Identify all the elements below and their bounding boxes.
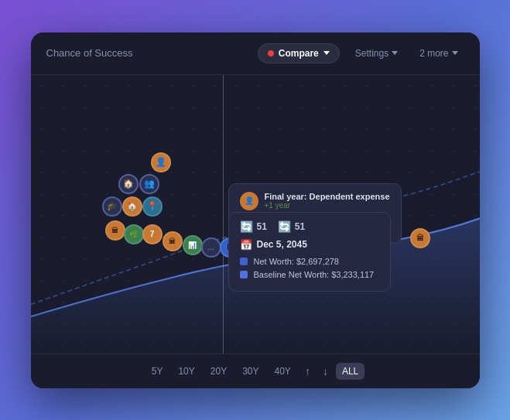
chart-icon[interactable]: 🏛 bbox=[105, 220, 125, 241]
chart-icon[interactable]: 🎓 bbox=[102, 196, 122, 217]
time-nav: 5Y 10Y 20Y 30Y 40Y ↑ ↓ ALL bbox=[31, 353, 480, 388]
age-row: 🔄 51 🔄 51 bbox=[240, 220, 379, 233]
timeline-line bbox=[223, 75, 224, 353]
net-worth-label: Net Worth: $2,697,278 bbox=[254, 257, 339, 266]
calendar-icon: 📅 bbox=[240, 239, 252, 251]
header: Chance of Success Compare Settings 2 mor… bbox=[31, 32, 480, 75]
more-button[interactable]: 2 more bbox=[413, 44, 464, 63]
event-item: 👤 Final year: Dependent expense +1 year bbox=[240, 192, 390, 210]
page-title: Chance of Success bbox=[46, 47, 248, 59]
scroll-up-button[interactable]: ↑ bbox=[300, 362, 315, 381]
more-chevron-icon bbox=[452, 51, 458, 55]
net-dot-baseline bbox=[240, 271, 248, 278]
person-icon: 🔄 bbox=[240, 220, 253, 233]
compare-label: Compare bbox=[279, 48, 319, 59]
age-value-1: 51 bbox=[257, 221, 267, 232]
event-text-dependent: Final year: Dependent expense +1 year bbox=[265, 192, 390, 210]
age-badge-2: 🔄 51 bbox=[278, 220, 305, 233]
age-badge-1: 🔄 51 bbox=[240, 220, 267, 233]
settings-label: Settings bbox=[355, 48, 388, 59]
chart-area[interactable]: 👤 🏠 👥 🎓 🏠 📍 🏛 🌿 7 🏛 📊 … 🏳 🏛 👤 Final year… bbox=[31, 75, 480, 353]
chart-icon[interactable]: 7 bbox=[142, 224, 163, 244]
settings-chevron-icon bbox=[392, 51, 398, 55]
date-row: 📅 Dec 5, 2045 bbox=[240, 239, 379, 251]
chart-icon[interactable]: 🏠 bbox=[118, 174, 139, 194]
time-20y[interactable]: 20Y bbox=[204, 363, 233, 380]
person-icon-2: 🔄 bbox=[278, 220, 291, 233]
net-dot-primary bbox=[240, 258, 248, 265]
age-value-2: 51 bbox=[295, 221, 305, 232]
time-10y[interactable]: 10Y bbox=[172, 363, 200, 380]
net-worth-row: Net Worth: $2,697,278 bbox=[240, 257, 379, 266]
baseline-row: Baseline Net Worth: $3,233,117 bbox=[240, 270, 379, 279]
chart-icon[interactable]: 🏛 bbox=[163, 231, 183, 251]
chart-icon[interactable]: 🏠 bbox=[122, 196, 142, 217]
chart-icon[interactable]: 👥 bbox=[139, 174, 159, 194]
data-tooltip: 🔄 51 🔄 51 📅 Dec 5, 2045 Net Worth: $2,69… bbox=[228, 212, 391, 292]
chart-icon[interactable]: … bbox=[201, 237, 221, 258]
time-5y[interactable]: 5Y bbox=[145, 363, 169, 380]
chart-icon[interactable]: 📍 bbox=[142, 196, 163, 217]
chart-icon[interactable]: 📊 bbox=[183, 235, 203, 255]
compare-dot bbox=[268, 50, 274, 56]
compare-button[interactable]: Compare bbox=[258, 43, 340, 63]
settings-button[interactable]: Settings bbox=[349, 44, 404, 63]
compare-chevron-icon bbox=[323, 51, 330, 55]
scroll-down-button[interactable]: ↓ bbox=[318, 362, 333, 381]
time-30y[interactable]: 30Y bbox=[236, 363, 265, 380]
chart-icon-right[interactable]: 🏛 bbox=[410, 228, 430, 248]
main-card: Chance of Success Compare Settings 2 mor… bbox=[31, 32, 480, 388]
baseline-label: Baseline Net Worth: $3,233,117 bbox=[254, 270, 375, 279]
event-subtitle: +1 year bbox=[265, 201, 390, 210]
more-label: 2 more bbox=[419, 48, 448, 59]
chart-icon[interactable]: 🌿 bbox=[124, 224, 144, 244]
time-40y[interactable]: 40Y bbox=[269, 363, 297, 380]
time-all[interactable]: ALL bbox=[336, 363, 365, 380]
event-title: Final year: Dependent expense bbox=[265, 192, 390, 201]
event-icon-dependent: 👤 bbox=[240, 192, 258, 210]
chart-icon[interactable]: 👤 bbox=[151, 152, 171, 172]
date-value: Dec 5, 2045 bbox=[257, 239, 307, 250]
